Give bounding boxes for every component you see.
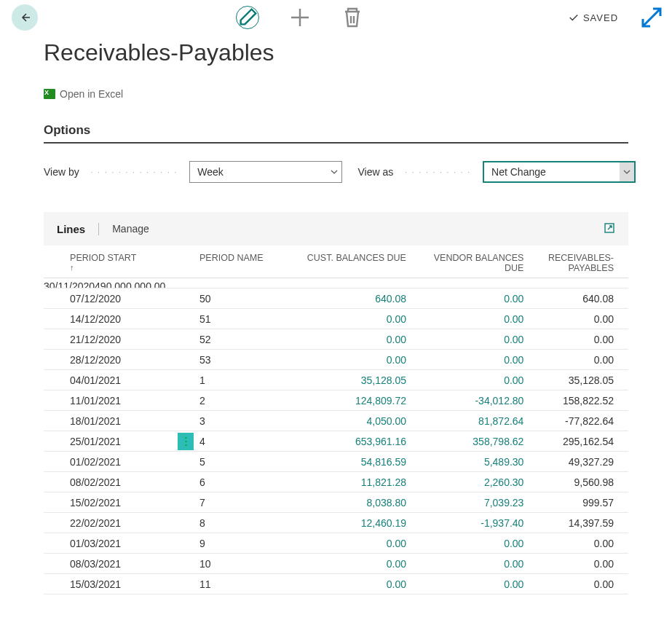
col-header-period-start[interactable]: PERIOD START ↑ — [68, 253, 172, 273]
cell-cust-balance[interactable]: 35,128.05 — [296, 374, 414, 386]
view-by-dropdown[interactable]: Week — [189, 161, 342, 183]
cell-cust-balance[interactable]: 4,050.00 — [296, 415, 414, 427]
cell-cust-balance[interactable]: 653,961.16 — [296, 436, 414, 447]
cell-vendor-balance[interactable]: -1,937.40 — [414, 517, 531, 529]
cell-period-start: 01/02/2021 — [68, 456, 172, 468]
cell-cust-balance[interactable]: 0.00 — [296, 538, 414, 549]
excel-icon — [44, 89, 55, 99]
svg-point-2 — [185, 440, 186, 441]
view-as-dropdown[interactable]: Net Change — [483, 161, 636, 183]
cell-period-start: 25/01/2021 — [68, 436, 172, 447]
cell-cust-balance[interactable]: 640.08 — [296, 293, 414, 305]
cell-vendor-balance[interactable]: 2,260.30 — [414, 476, 531, 488]
table-row[interactable]: 22/02/2021812,460.19-1,937.4014,397.59 — [44, 513, 628, 533]
table-row[interactable]: 15/02/202178,038.807,039.23999.57 — [44, 492, 628, 513]
cell-recpay: 35,128.05 — [531, 374, 628, 386]
cell-period-name: 53 — [199, 354, 296, 366]
cell-vendor-balance[interactable]: 7,039.23 — [414, 497, 531, 508]
cell-vendor-balance[interactable]: 0.00 — [414, 578, 531, 590]
table-row[interactable]: 21/12/2020520.000.000.00 — [44, 329, 628, 350]
cell-recpay: 0.00 — [531, 558, 628, 570]
cell-cust-balance[interactable]: 0.00 — [296, 354, 414, 366]
table-row[interactable]: 25/01/20214653,961.16358,798.62295,162.5… — [44, 431, 628, 452]
cell-recpay: 0.00 — [531, 599, 628, 600]
table-row[interactable]: 08/03/2021100.000.000.00 — [44, 554, 628, 574]
col-header-receivables-payables[interactable]: RECEIVABLES-PAYABLES — [531, 253, 628, 273]
table-row[interactable]: 08/02/2021611,821.282,260.309,560.98 — [44, 472, 628, 492]
cell-cust-balance[interactable]: 124,809.72 — [296, 395, 414, 407]
arrow-left-icon — [19, 12, 31, 23]
table-row[interactable]: 07/12/202050640.080.00640.08 — [44, 288, 628, 309]
col-header-period-name[interactable]: PERIOD NAME — [199, 253, 296, 273]
cell-period-start: 28/12/2020 — [68, 354, 172, 366]
cell-vendor-balance[interactable]: 0.00 — [414, 538, 531, 549]
cell-recpay: 999.57 — [531, 497, 628, 508]
cell-recpay: 14,397.59 — [531, 517, 628, 529]
cell-period-name: 8 — [199, 517, 296, 529]
row-actions-button[interactable] — [178, 433, 194, 450]
cell-vendor-balance[interactable]: 0.00 — [414, 293, 531, 305]
cell-period-name: 10 — [199, 558, 296, 570]
view-as-value: Net Change — [491, 166, 546, 178]
expand-button[interactable] — [640, 6, 663, 29]
cell-recpay: 0.00 — [531, 354, 628, 366]
cell-vendor-balance[interactable]: 358,798.62 — [414, 436, 531, 447]
lines-tab[interactable]: Lines — [57, 223, 99, 235]
cell-cust-balance[interactable]: 11,821.28 — [296, 476, 414, 488]
cell-cust-balance[interactable]: 0.00 — [296, 558, 414, 570]
manage-link[interactable]: Manage — [112, 223, 149, 235]
cell-period-start: 21/12/2020 — [68, 334, 172, 345]
table-row[interactable]: 15/03/2021110.000.000.00 — [44, 574, 628, 594]
cell-vendor-balance[interactable]: 0.00 — [414, 334, 531, 345]
svg-point-3 — [185, 444, 186, 445]
table-row[interactable]: 01/03/202190.000.000.00 — [44, 533, 628, 554]
table-row-partial[interactable]: 30/11/2020 49 0.00 0.00 0.00 — [44, 278, 628, 288]
cell-cust-balance[interactable]: 0.00 — [296, 599, 414, 600]
cell-cust-balance[interactable]: 0.00 — [296, 334, 414, 345]
cell-period-name: 3 — [199, 415, 296, 427]
table-row[interactable]: 22/03/2021120.000.000.00 — [44, 594, 628, 599]
cell-vendor-balance[interactable]: 0.00 — [414, 354, 531, 366]
popout-button[interactable] — [604, 222, 615, 236]
cell-cust-balance[interactable]: 12,460.19 — [296, 517, 414, 529]
table-row[interactable]: 18/01/202134,050.0081,872.64-77,822.64 — [44, 411, 628, 431]
page-title: Receivables-Payables — [44, 39, 628, 66]
new-button[interactable] — [288, 6, 312, 29]
chevron-down-icon — [327, 162, 341, 182]
cell-cust-balance[interactable]: 0.00 — [296, 578, 414, 590]
back-button[interactable] — [12, 4, 38, 31]
cell-vendor-balance[interactable]: 0.00 — [414, 374, 531, 386]
cell-vendor-balance[interactable]: -34,012.80 — [414, 395, 531, 407]
cell-vendor-balance[interactable]: 0.00 — [414, 599, 531, 600]
col-header-cust-balances[interactable]: CUST. BALANCES DUE — [296, 253, 414, 273]
open-in-excel-link[interactable]: Open in Excel — [44, 88, 123, 100]
table-row[interactable]: 01/02/2021554,816.595,489.3049,327.29 — [44, 452, 628, 472]
grid-body[interactable]: 30/11/2020 49 0.00 0.00 0.00 07/12/20205… — [44, 278, 628, 599]
open-in-excel-label: Open in Excel — [60, 88, 123, 100]
delete-button[interactable] — [341, 6, 364, 29]
table-row[interactable]: 11/01/20212124,809.72-34,012.80158,822.5… — [44, 390, 628, 411]
cell-recpay: 0.00 — [531, 313, 628, 325]
cell-recpay: 0.00 — [531, 334, 628, 345]
cell-period-name: 7 — [199, 497, 296, 508]
cell-vendor-balance[interactable]: 0.00 — [414, 313, 531, 325]
trash-icon — [341, 6, 364, 29]
svg-point-1 — [185, 436, 186, 438]
cell-period-start: 04/01/2021 — [68, 374, 172, 386]
cell-cust-balance[interactable]: 8,038.80 — [296, 497, 414, 508]
col-header-vendor-balances[interactable]: VENDOR BALANCES DUE — [414, 253, 531, 273]
cell-period-name: 1 — [199, 374, 296, 386]
cell-vendor-balance[interactable]: 81,872.64 — [414, 415, 531, 427]
edit-button[interactable] — [236, 6, 259, 29]
table-row[interactable]: 04/01/2021135,128.050.0035,128.05 — [44, 370, 628, 390]
cell-period-start: 22/03/2021 — [68, 599, 172, 600]
table-row[interactable]: 28/12/2020530.000.000.00 — [44, 350, 628, 370]
cell-vendor-balance[interactable]: 5,489.30 — [414, 456, 531, 468]
cell-cust-balance[interactable]: 54,816.59 — [296, 456, 414, 468]
cell-period-start: 07/12/2020 — [68, 293, 172, 305]
plus-icon — [288, 6, 312, 29]
cell-cust-balance[interactable]: 0.00 — [296, 313, 414, 325]
table-row[interactable]: 14/12/2020510.000.000.00 — [44, 309, 628, 329]
cell-vendor-balance[interactable]: 0.00 — [414, 558, 531, 570]
cell-period-name: 51 — [199, 313, 296, 325]
